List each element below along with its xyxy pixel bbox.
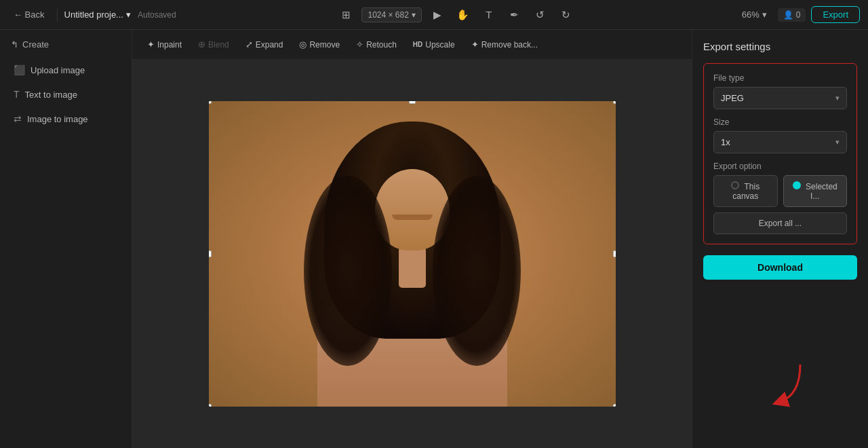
pen-icon[interactable]: ✒ xyxy=(505,5,525,25)
retouch-icon: ✧ xyxy=(356,39,363,50)
left-sidebar: ↰ Create ⬛ Upload image T Text to image … xyxy=(0,30,132,448)
zoom-button[interactable]: 66% ▾ xyxy=(736,7,772,22)
redo-icon[interactable]: ↻ xyxy=(556,5,576,25)
back-label: ← Back xyxy=(14,10,45,20)
download-button[interactable]: Download xyxy=(703,255,857,280)
export-button[interactable]: Export xyxy=(811,6,860,23)
arrow-svg xyxy=(746,361,807,409)
project-name[interactable]: Untitled proje... ▾ xyxy=(64,10,131,20)
this-canvas-option[interactable]: This canvas xyxy=(713,175,778,207)
upscale-icon: HD xyxy=(413,41,422,48)
canvas-size-button[interactable]: 1024 × 682 ▾ xyxy=(361,7,421,22)
image-to-image-icon: ⇄ xyxy=(14,113,22,124)
zoom-chevron-icon: ▾ xyxy=(762,10,767,20)
canvas-size-label: 1024 × 682 xyxy=(368,10,408,20)
create-icon: ↰ xyxy=(11,39,18,50)
this-canvas-radio xyxy=(731,181,739,189)
remove-icon: ◎ xyxy=(299,39,307,50)
remove-bg-icon: ✦ xyxy=(471,39,479,50)
topbar-left: ← Back Untitled proje... ▾ Autosaved xyxy=(8,7,176,22)
file-type-select[interactable]: JPEG ▾ xyxy=(713,87,847,109)
arrow-annotation xyxy=(746,361,807,411)
size-select[interactable]: 1x ▾ xyxy=(713,131,847,153)
export-all-button[interactable]: Export all ... xyxy=(713,212,847,234)
topbar: ← Back Untitled proje... ▾ Autosaved ⊞ 1… xyxy=(0,0,868,30)
play-icon[interactable]: ▶ xyxy=(427,5,448,25)
text-icon[interactable]: T xyxy=(479,5,499,25)
retouch-tool[interactable]: ✧ Retouch xyxy=(349,37,403,52)
canvas-size-chevron: ▾ xyxy=(412,10,416,20)
size-chevron-icon: ▾ xyxy=(835,138,840,147)
frames-icon[interactable]: ⊞ xyxy=(336,5,356,25)
blend-icon: ⊕ xyxy=(198,39,205,50)
neck-shape xyxy=(399,247,426,288)
file-type-label: File type xyxy=(713,73,847,83)
right-panel: Export settings File type JPEG ▾ Size 1x… xyxy=(692,30,868,448)
file-type-value: JPEG xyxy=(721,93,744,103)
upscale-tool[interactable]: HD Upscale xyxy=(406,37,462,52)
sidebar-item-image-to-image[interactable]: ⇄ Image to image xyxy=(5,108,126,130)
selected-radio xyxy=(793,181,801,189)
undo-icon[interactable]: ↺ xyxy=(530,5,551,25)
create-header: ↰ Create xyxy=(5,35,126,54)
inpaint-icon: ✦ xyxy=(147,39,155,50)
hair-left xyxy=(304,176,392,366)
blend-tool: ⊕ Blend xyxy=(191,37,236,52)
export-option-row: This canvas Selected I... xyxy=(713,175,847,207)
canvas-container: ↻ xyxy=(209,101,616,407)
size-value: 1x xyxy=(721,137,730,147)
upload-icon: ⬛ xyxy=(14,64,25,75)
expand-tool[interactable]: ⤢ Expand xyxy=(239,37,290,52)
expand-icon: ⤢ xyxy=(245,39,253,50)
users-icon: 👤 xyxy=(783,10,793,20)
remove-background-tool[interactable]: ✦ Remove back... xyxy=(465,37,545,52)
export-option-label: Export option xyxy=(713,162,847,171)
canvas-area: ✦ Inpaint ⊕ Blend ⤢ Expand ◎ Remove ✧ Re… xyxy=(132,30,692,448)
hand-icon[interactable]: ✋ xyxy=(453,5,473,25)
panel-title: Export settings xyxy=(703,41,857,52)
selected-image-option[interactable]: Selected I... xyxy=(783,175,848,207)
canvas-toolbar: ✦ Inpaint ⊕ Blend ⤢ Expand ◎ Remove ✧ Re… xyxy=(132,30,692,60)
divider xyxy=(57,8,58,22)
export-settings-box: File type JPEG ▾ Size 1x ▾ Export option… xyxy=(703,63,857,244)
size-label: Size xyxy=(713,117,847,127)
back-button[interactable]: ← Back xyxy=(8,7,50,22)
smile-shape xyxy=(392,214,433,220)
inpaint-tool[interactable]: ✦ Inpaint xyxy=(140,37,189,52)
file-type-chevron-icon: ▾ xyxy=(835,94,840,102)
remove-tool[interactable]: ◎ Remove xyxy=(292,37,347,52)
autosaved-status: Autosaved xyxy=(138,10,176,20)
project-chevron-icon: ▾ xyxy=(126,10,131,20)
sidebar-item-text-to-image[interactable]: T Text to image xyxy=(5,83,126,105)
topbar-right: 66% ▾ 👤 0 Export xyxy=(736,6,860,23)
canvas-image[interactable]: ↻ xyxy=(209,101,616,407)
topbar-center: ⊞ 1024 × 682 ▾ ▶ ✋ T ✒ ↺ ↻ xyxy=(182,5,731,25)
hair-right xyxy=(433,176,521,366)
text-to-image-icon: T xyxy=(14,89,20,100)
canvas-viewport[interactable]: ↻ xyxy=(132,60,692,448)
users-button[interactable]: 👤 0 xyxy=(778,8,806,22)
main-area: ↰ Create ⬛ Upload image T Text to image … xyxy=(0,30,868,448)
sidebar-item-upload-image[interactable]: ⬛ Upload image xyxy=(5,59,126,81)
